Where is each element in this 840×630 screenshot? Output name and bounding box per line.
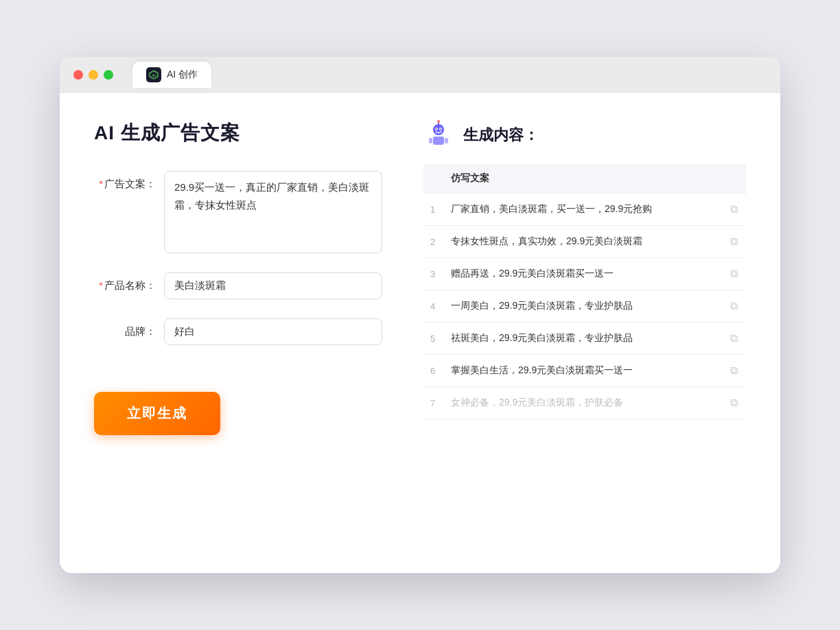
svg-text:AI: AI [152, 73, 156, 78]
svg-rect-9 [433, 137, 444, 145]
copy-cell[interactable]: ⧉ [721, 387, 746, 419]
close-button[interactable] [73, 70, 83, 80]
copy-icon[interactable]: ⧉ [730, 300, 738, 312]
copy-icon[interactable]: ⧉ [730, 397, 738, 408]
robot-icon [423, 120, 454, 150]
row-text: 掌握美白生活，29.9元美白淡斑霜买一送一 [444, 355, 721, 387]
copy-cell[interactable]: ⧉ [721, 323, 746, 355]
copy-icon[interactable]: ⧉ [730, 235, 738, 247]
row-text: 赠品再送，29.9元美白淡斑霜买一送一 [444, 258, 721, 290]
required-mark-product: * [99, 279, 103, 291]
table-row: 6掌握美白生活，29.9元美白淡斑霜买一送一⧉ [423, 355, 746, 387]
row-text: 女神必备，29.9元美白淡斑霜，护肤必备 [444, 387, 721, 419]
product-name-label: *产品名称： [94, 272, 156, 292]
copy-icon[interactable]: ⧉ [730, 268, 738, 279]
row-number: 2 [423, 226, 444, 258]
required-mark-ad: * [99, 178, 103, 189]
table-row: 2专抹女性斑点，真实功效，29.9元美白淡斑霜⧉ [423, 226, 746, 258]
result-header: 生成内容： [423, 120, 746, 150]
table-row: 3赠品再送，29.9元美白淡斑霜买一送一⧉ [423, 258, 746, 290]
right-panel: 生成内容： 仿写文案 1厂家直销，美白淡斑霜，买一送一，29.9元抢购⧉2专抹女… [423, 120, 746, 546]
ad-copy-group: *广告文案： [94, 171, 382, 253]
table-row: 1厂家直销，美白淡斑霜，买一送一，29.9元抢购⧉ [423, 194, 746, 226]
product-name-group: *产品名称： [94, 272, 382, 299]
row-text: 一周美白，29.9元美白淡斑霜，专业护肤品 [444, 290, 721, 323]
tab-ai-create[interactable]: AI AI 创作 [132, 62, 211, 88]
row-number: 3 [423, 258, 444, 290]
row-text: 专抹女性斑点，真实功效，29.9元美白淡斑霜 [444, 226, 721, 258]
brand-input[interactable] [164, 318, 382, 345]
copy-cell[interactable]: ⧉ [721, 226, 746, 258]
row-number: 6 [423, 355, 444, 387]
tab-label: AI 创作 [167, 69, 198, 81]
table-row: 4一周美白，29.9元美白淡斑霜，专业护肤品⧉ [423, 290, 746, 323]
product-name-input[interactable] [164, 272, 382, 299]
col-copy [721, 164, 746, 194]
copy-icon[interactable]: ⧉ [730, 332, 738, 344]
row-text: 厂家直销，美白淡斑霜，买一送一，29.9元抢购 [444, 194, 721, 226]
col-num [423, 164, 444, 194]
copy-icon[interactable]: ⧉ [730, 364, 738, 376]
copy-cell[interactable]: ⧉ [721, 258, 746, 290]
copy-cell[interactable]: ⧉ [721, 194, 746, 226]
svg-rect-11 [445, 138, 448, 143]
copy-cell[interactable]: ⧉ [721, 290, 746, 323]
result-title: 生成内容： [463, 125, 539, 145]
col-content: 仿写文案 [444, 164, 721, 194]
ad-copy-label: *广告文案： [94, 171, 156, 191]
ai-tab-icon: AI [146, 67, 161, 82]
brand-label: 品牌： [94, 318, 156, 338]
copy-cell[interactable]: ⧉ [721, 355, 746, 387]
traffic-lights [73, 70, 113, 80]
browser-window: AI AI 创作 AI 生成广告文案 *广告文案： *产品名称： [60, 57, 780, 573]
row-number: 1 [423, 194, 444, 226]
page-title: AI 生成广告文案 [94, 120, 382, 146]
row-number: 7 [423, 387, 444, 419]
svg-rect-10 [429, 138, 432, 143]
minimize-button[interactable] [89, 70, 98, 80]
left-panel: AI 生成广告文案 *广告文案： *产品名称： 品牌： 立 [94, 120, 382, 546]
titlebar: AI AI 创作 [60, 57, 780, 93]
svg-point-2 [433, 124, 444, 135]
main-content: AI 生成广告文案 *广告文案： *产品名称： 品牌： 立 [60, 93, 780, 573]
ad-copy-input[interactable] [164, 171, 382, 253]
row-number: 5 [423, 323, 444, 355]
result-table: 仿写文案 1厂家直销，美白淡斑霜，买一送一，29.9元抢购⧉2专抹女性斑点，真实… [423, 164, 746, 419]
maximize-button[interactable] [104, 70, 113, 80]
row-number: 4 [423, 290, 444, 323]
generate-button[interactable]: 立即生成 [94, 392, 220, 435]
table-row: 7女神必备，29.9元美白淡斑霜，护肤必备⧉ [423, 387, 746, 419]
brand-group: 品牌： [94, 318, 382, 345]
row-text: 祛斑美白，29.9元美白淡斑霜，专业护肤品 [444, 323, 721, 355]
svg-point-4 [437, 120, 440, 123]
copy-icon[interactable]: ⧉ [730, 203, 738, 215]
svg-point-7 [436, 128, 437, 130]
svg-point-8 [440, 128, 441, 130]
table-row: 5祛斑美白，29.9元美白淡斑霜，专业护肤品⧉ [423, 323, 746, 355]
